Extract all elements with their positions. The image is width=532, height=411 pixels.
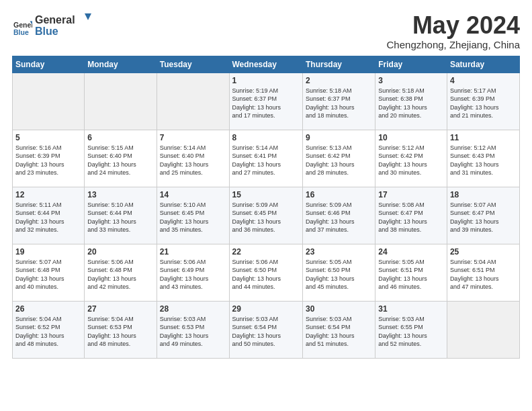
weekday-header-thursday: Thursday xyxy=(302,56,375,73)
day-cell: 25Sunrise: 5:04 AM Sunset: 6:51 PM Dayli… xyxy=(447,244,519,301)
logo: General Blue General Blue xyxy=(12,12,95,40)
day-cell: 24Sunrise: 5:05 AM Sunset: 6:51 PM Dayli… xyxy=(375,244,447,301)
svg-text:Blue: Blue xyxy=(35,26,58,37)
day-cell: 10Sunrise: 5:12 AM Sunset: 6:42 PM Dayli… xyxy=(375,130,447,187)
day-number: 19 xyxy=(15,247,81,257)
day-number: 1 xyxy=(232,76,300,85)
day-number: 6 xyxy=(87,133,153,142)
day-number: 31 xyxy=(378,304,444,314)
day-cell: 3Sunrise: 5:18 AM Sunset: 6:38 PM Daylig… xyxy=(375,73,447,130)
svg-marker-4 xyxy=(85,13,91,20)
day-info: Sunrise: 5:06 AM Sunset: 6:49 PM Dayligh… xyxy=(160,258,226,291)
day-number: 17 xyxy=(378,190,444,199)
day-number: 12 xyxy=(15,190,81,199)
day-number: 7 xyxy=(160,133,226,142)
svg-text:General: General xyxy=(35,14,75,26)
day-cell: 21Sunrise: 5:06 AM Sunset: 6:49 PM Dayli… xyxy=(157,244,229,301)
month-title: May 2024 xyxy=(387,12,520,39)
day-info: Sunrise: 5:10 AM Sunset: 6:44 PM Dayligh… xyxy=(87,201,153,234)
week-row-4: 19Sunrise: 5:07 AM Sunset: 6:48 PM Dayli… xyxy=(13,244,520,301)
weekday-header-row: SundayMondayTuesdayWednesdayThursdayFrid… xyxy=(13,56,520,73)
day-cell: 5Sunrise: 5:16 AM Sunset: 6:39 PM Daylig… xyxy=(13,130,85,187)
day-number: 22 xyxy=(232,247,300,257)
day-number: 13 xyxy=(87,190,153,199)
day-cell: 18Sunrise: 5:07 AM Sunset: 6:47 PM Dayli… xyxy=(447,187,519,244)
day-info: Sunrise: 5:17 AM Sunset: 6:39 PM Dayligh… xyxy=(450,87,517,120)
day-info: Sunrise: 5:07 AM Sunset: 6:48 PM Dayligh… xyxy=(15,258,81,291)
title-block: May 2024 Chengzhong, Zhejiang, China xyxy=(387,12,520,50)
weekday-header-wednesday: Wednesday xyxy=(229,56,302,73)
day-info: Sunrise: 5:11 AM Sunset: 6:44 PM Dayligh… xyxy=(15,201,81,234)
day-cell: 29Sunrise: 5:03 AM Sunset: 6:54 PM Dayli… xyxy=(229,301,302,358)
day-number: 4 xyxy=(450,76,517,85)
svg-text:General: General xyxy=(13,21,32,29)
day-info: Sunrise: 5:09 AM Sunset: 6:45 PM Dayligh… xyxy=(232,201,300,234)
day-number: 30 xyxy=(306,304,372,314)
day-info: Sunrise: 5:04 AM Sunset: 6:53 PM Dayligh… xyxy=(87,315,153,349)
calendar-container: General Blue General Blue May 2024 Cheng… xyxy=(0,0,532,411)
logo-svg: General Blue xyxy=(35,12,95,38)
day-cell: 12Sunrise: 5:11 AM Sunset: 6:44 PM Dayli… xyxy=(13,187,85,244)
day-number: 10 xyxy=(378,133,444,142)
day-number: 26 xyxy=(15,304,81,314)
day-cell: 14Sunrise: 5:10 AM Sunset: 6:45 PM Dayli… xyxy=(157,187,229,244)
day-cell: 13Sunrise: 5:10 AM Sunset: 6:44 PM Dayli… xyxy=(85,187,157,244)
day-info: Sunrise: 5:07 AM Sunset: 6:47 PM Dayligh… xyxy=(450,201,517,234)
day-info: Sunrise: 5:05 AM Sunset: 6:50 PM Dayligh… xyxy=(306,258,372,291)
day-number: 2 xyxy=(306,76,372,85)
day-info: Sunrise: 5:18 AM Sunset: 6:37 PM Dayligh… xyxy=(306,87,372,120)
day-info: Sunrise: 5:12 AM Sunset: 6:42 PM Dayligh… xyxy=(378,144,444,177)
day-cell: 26Sunrise: 5:04 AM Sunset: 6:52 PM Dayli… xyxy=(13,301,85,358)
day-info: Sunrise: 5:14 AM Sunset: 6:41 PM Dayligh… xyxy=(232,144,300,177)
svg-text:Blue: Blue xyxy=(13,28,29,36)
day-number: 3 xyxy=(378,76,444,85)
day-number: 8 xyxy=(232,133,300,142)
day-info: Sunrise: 5:04 AM Sunset: 6:52 PM Dayligh… xyxy=(15,315,81,349)
week-row-3: 12Sunrise: 5:11 AM Sunset: 6:44 PM Dayli… xyxy=(13,187,520,244)
day-number: 24 xyxy=(378,247,444,257)
day-info: Sunrise: 5:08 AM Sunset: 6:47 PM Dayligh… xyxy=(378,201,444,234)
day-number: 11 xyxy=(450,133,517,142)
day-number: 5 xyxy=(15,133,81,142)
day-cell: 27Sunrise: 5:04 AM Sunset: 6:53 PM Dayli… xyxy=(85,301,157,358)
day-number: 28 xyxy=(160,304,226,314)
day-cell: 2Sunrise: 5:18 AM Sunset: 6:37 PM Daylig… xyxy=(302,73,375,130)
weekday-header-sunday: Sunday xyxy=(13,56,85,73)
day-number: 25 xyxy=(450,247,517,257)
day-info: Sunrise: 5:14 AM Sunset: 6:40 PM Dayligh… xyxy=(160,144,226,177)
weekday-header-saturday: Saturday xyxy=(447,56,519,73)
day-number: 18 xyxy=(450,190,517,199)
day-info: Sunrise: 5:03 AM Sunset: 6:54 PM Dayligh… xyxy=(232,315,300,349)
week-row-2: 5Sunrise: 5:16 AM Sunset: 6:39 PM Daylig… xyxy=(13,130,520,187)
day-info: Sunrise: 5:05 AM Sunset: 6:51 PM Dayligh… xyxy=(378,258,444,291)
day-number: 14 xyxy=(160,190,226,199)
day-cell: 28Sunrise: 5:03 AM Sunset: 6:53 PM Dayli… xyxy=(157,301,229,358)
day-cell: 22Sunrise: 5:06 AM Sunset: 6:50 PM Dayli… xyxy=(229,244,302,301)
day-number: 9 xyxy=(306,133,372,142)
location: Chengzhong, Zhejiang, China xyxy=(387,39,520,50)
day-info: Sunrise: 5:09 AM Sunset: 6:46 PM Dayligh… xyxy=(306,201,372,234)
day-cell: 11Sunrise: 5:12 AM Sunset: 6:43 PM Dayli… xyxy=(447,130,519,187)
day-cell: 1Sunrise: 5:19 AM Sunset: 6:37 PM Daylig… xyxy=(229,73,302,130)
weekday-header-monday: Monday xyxy=(85,56,157,73)
weekday-header-tuesday: Tuesday xyxy=(157,56,229,73)
day-number: 20 xyxy=(87,247,153,257)
day-info: Sunrise: 5:06 AM Sunset: 6:48 PM Dayligh… xyxy=(87,258,153,291)
day-cell xyxy=(13,73,85,130)
weekday-header-friday: Friday xyxy=(375,56,447,73)
day-info: Sunrise: 5:06 AM Sunset: 6:50 PM Dayligh… xyxy=(232,258,300,291)
day-cell xyxy=(157,73,229,130)
day-cell: 30Sunrise: 5:03 AM Sunset: 6:54 PM Dayli… xyxy=(302,301,375,358)
day-cell: 20Sunrise: 5:06 AM Sunset: 6:48 PM Dayli… xyxy=(85,244,157,301)
header: General Blue General Blue May 2024 Cheng… xyxy=(12,12,520,50)
day-cell xyxy=(85,73,157,130)
day-cell: 15Sunrise: 5:09 AM Sunset: 6:45 PM Dayli… xyxy=(229,187,302,244)
day-info: Sunrise: 5:12 AM Sunset: 6:43 PM Dayligh… xyxy=(450,144,517,177)
day-cell: 6Sunrise: 5:15 AM Sunset: 6:40 PM Daylig… xyxy=(85,130,157,187)
day-info: Sunrise: 5:19 AM Sunset: 6:37 PM Dayligh… xyxy=(232,87,300,120)
day-info: Sunrise: 5:10 AM Sunset: 6:45 PM Dayligh… xyxy=(160,201,226,234)
day-info: Sunrise: 5:03 AM Sunset: 6:55 PM Dayligh… xyxy=(378,315,444,349)
day-cell: 9Sunrise: 5:13 AM Sunset: 6:42 PM Daylig… xyxy=(302,130,375,187)
day-info: Sunrise: 5:03 AM Sunset: 6:53 PM Dayligh… xyxy=(160,315,226,349)
day-info: Sunrise: 5:16 AM Sunset: 6:39 PM Dayligh… xyxy=(15,144,81,177)
